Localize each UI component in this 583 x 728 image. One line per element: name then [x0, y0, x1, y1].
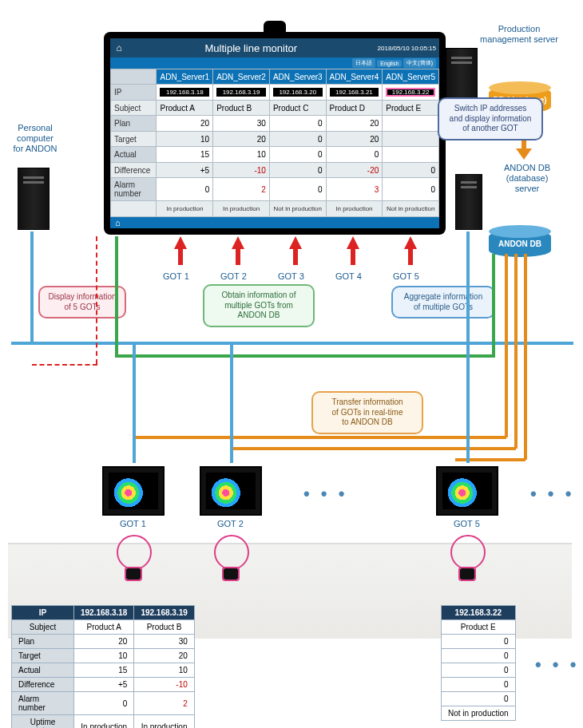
drop-got5	[466, 342, 470, 463]
lang-ja[interactable]: 日本語	[352, 58, 375, 68]
plan-3: 0	[269, 116, 326, 131]
ip-2[interactable]: 192.168.3.19	[216, 88, 266, 97]
circle-got2	[214, 535, 249, 570]
station-got2	[224, 568, 238, 580]
monitor-screen: ⌂ Multiple line monitor 2018/05/10 10:05…	[110, 38, 439, 228]
lang-en[interactable]: English	[377, 60, 402, 67]
server-4: ADN_Server4	[326, 69, 383, 85]
bubble-aggregate: Aggregate information of multiple GOTs	[391, 286, 495, 318]
actual-5	[383, 147, 439, 162]
db-andon: ANDON DB	[489, 230, 551, 257]
subject-3: Product C	[269, 100, 326, 115]
plan-1: 20	[157, 116, 213, 131]
andon-server-tower	[455, 174, 482, 230]
row-label-actual: Actual	[111, 147, 157, 162]
server-3: ADN_Server3	[269, 69, 326, 85]
actual-3: 0	[269, 147, 326, 162]
got-label-3: GOT 3	[278, 271, 304, 282]
net-or-h1	[133, 436, 506, 439]
status-4: In production	[326, 201, 383, 217]
got-device-1	[102, 466, 165, 516]
station-got5	[460, 568, 474, 580]
got-label-5: GOT 5	[393, 271, 419, 282]
row-label-difference: Difference	[111, 162, 157, 177]
plan-row: Plan 20 30 0 20	[111, 116, 439, 131]
server-header-row: ADN_Server1 ADN_Server2 ADN_Server3 ADN_…	[111, 69, 439, 85]
plan-4: 20	[326, 116, 383, 131]
subject-1: Product A	[157, 100, 213, 115]
home-icon[interactable]: ⌂	[110, 42, 128, 53]
target-row: Target 10 20 0 20	[111, 131, 439, 146]
bubble-transfer: Transfer information of GOTs in real-tim…	[311, 391, 423, 434]
diff-1: +5	[157, 162, 213, 177]
row-label-alarm: Alarm number	[111, 178, 157, 201]
got-label-4: GOT 4	[335, 271, 362, 282]
net-red-dash-v	[96, 236, 97, 364]
net-green-up	[492, 254, 495, 356]
net-or-1	[505, 254, 508, 437]
home-icon-footer[interactable]: ⌂	[110, 218, 125, 228]
arrow-got3	[289, 236, 302, 249]
status-5: Not in production	[383, 201, 439, 217]
server-1: ADN_Server1	[157, 69, 213, 85]
actual-2: 10	[213, 147, 270, 162]
diff-5: 0	[383, 162, 439, 177]
drop-got1	[133, 342, 136, 463]
monitor-table: ADN_Server1 ADN_Server2 ADN_Server3 ADN_…	[110, 69, 439, 217]
screen-footer: ⌂	[110, 217, 439, 228]
net-or-2	[514, 254, 518, 449]
got-label-1: GOT 1	[163, 271, 189, 282]
plan-2: 30	[213, 116, 270, 131]
bubble-obtain: Obtain information of multiple GOTs from…	[203, 284, 315, 327]
plan-5	[383, 116, 439, 131]
row-label-target: Target	[111, 131, 157, 146]
actual-row: Actual 15 10 0 0	[111, 147, 439, 162]
arrow-got1	[174, 236, 187, 249]
diff-4: -20	[326, 162, 383, 177]
subject-row: Subject Product A Product B Product C Pr…	[111, 100, 439, 115]
got-dev-label-1: GOT 1	[120, 519, 146, 529]
alarm-1: 0	[157, 178, 213, 201]
ip-4[interactable]: 192.168.3.21	[330, 88, 379, 97]
language-bar: 日本語 English 中文(简体)	[110, 57, 439, 69]
lang-zh[interactable]: 中文(简体)	[403, 58, 436, 68]
net-or-h2	[230, 447, 516, 450]
row-label-plan: Plan	[111, 116, 157, 131]
ip-5[interactable]: 192.168.3.22	[386, 88, 435, 97]
alarm-2: 2	[213, 178, 270, 201]
subject-5: Product E	[383, 100, 439, 115]
summary-table-left: IP192.168.3.18192.168.3.19SubjectProduct…	[11, 605, 195, 728]
circle-got5	[450, 535, 486, 570]
page-title: Multiple line monitor	[128, 42, 375, 54]
got-label-2: GOT 2	[220, 271, 247, 282]
diff-2: -10	[213, 162, 270, 177]
bubble-switch-ip: Switch IP addresses and display informat…	[438, 97, 543, 140]
subject-4: Product D	[326, 100, 383, 115]
subject-2: Product B	[213, 100, 270, 115]
circle-got1	[117, 535, 152, 570]
target-3: 0	[269, 131, 326, 146]
actual-4: 0	[326, 147, 383, 162]
got-device-5	[436, 466, 498, 516]
title-bar: ⌂ Multiple line monitor 2018/05/10 10:05…	[110, 38, 439, 57]
net-srv-drop	[466, 231, 470, 342]
ip-1[interactable]: 192.168.3.18	[160, 88, 209, 97]
row-label-ip: IP	[111, 85, 157, 100]
arrow-got5	[404, 236, 417, 249]
net-pc-drop	[30, 231, 34, 342]
difference-row: Difference +5 -10 0 -20 0	[111, 162, 439, 177]
row-label-subject: Subject	[111, 100, 157, 115]
ip-3[interactable]: 192.168.3.20	[273, 88, 323, 97]
net-green-h	[115, 354, 495, 358]
net-or-3	[524, 254, 527, 460]
alarm-4: 3	[326, 178, 383, 201]
status-2: In production	[213, 201, 270, 217]
datetime: 2018/05/10 10:05:15	[375, 45, 439, 52]
label-andon-server: ANDON DB (database) server	[495, 163, 559, 195]
status-1: In production	[157, 201, 213, 217]
server-5: ADN_Server5	[383, 69, 439, 85]
diff-3: 0	[269, 162, 326, 177]
label-prod-server: Production management server	[471, 24, 567, 45]
multi-line-monitor: ⌂ Multiple line monitor 2018/05/10 10:05…	[104, 32, 446, 235]
bubble-display5: Display information of 5 GOTs	[38, 286, 126, 318]
